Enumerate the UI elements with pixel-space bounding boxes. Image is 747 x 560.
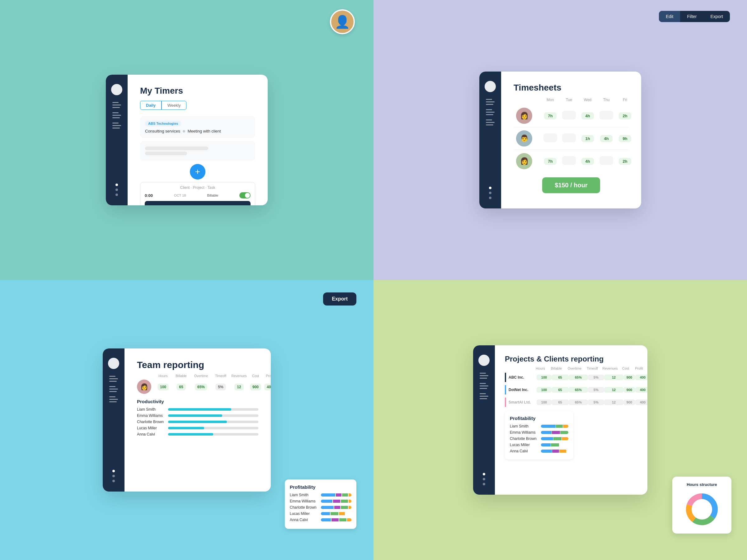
pb-green-1 [342, 494, 348, 497]
toolbar-export[interactable]: Export [704, 11, 730, 22]
th-hours: Hours [154, 374, 172, 378]
hours-structure-title: Hours structure [678, 482, 726, 487]
pc-row-dotnet: DotNet Inc. 100 65 65% 5% 12 900 400 [509, 385, 638, 395]
timer-description: Consulting services Meeting with client [145, 129, 250, 133]
profitability-title: Profitability [290, 484, 352, 490]
skeleton-line-2 [145, 152, 187, 155]
prod-name-5: Anna Calvi [137, 432, 165, 436]
billable-chip: 65 [177, 383, 185, 391]
date-display: OCT 18 [174, 193, 186, 197]
prod-name-3: Charlotte Brown [137, 420, 165, 424]
pcpb-2-blue [541, 431, 551, 434]
ts-cell-2-fri: 9h [616, 135, 634, 142]
th-billable: Billable [172, 374, 190, 378]
sidebar-dot-q3-2 [112, 475, 115, 477]
add-timer-button[interactable]: + [190, 164, 205, 180]
quadrant-projects-clients: Projects & Clients reporting Hours Billa… [374, 280, 747, 560]
sidebar-dot-q2-3 [489, 196, 491, 199]
pc-profit-row-4: Lucas Miller [510, 443, 568, 447]
profit-row-2: Emma Williams [290, 499, 352, 503]
pc-th-revenues: Revenues [600, 367, 620, 370]
sidebar-dot-1 [115, 184, 118, 186]
team-metric-revenues: 12 [230, 384, 248, 390]
sidebar-dot-q2-2 [489, 192, 491, 194]
toolbar-edit[interactable]: Edit [659, 11, 680, 22]
pc-section-abc: ABC Inc. 100 65 65% 5% 12 900 400 [505, 373, 638, 382]
pc-th-overtime: Overtime [565, 367, 584, 370]
pb-green-4 [331, 512, 338, 515]
ts-cell-2-mon [541, 133, 560, 143]
export-button[interactable]: Export [323, 292, 356, 305]
start-tracking-button[interactable]: START TRACKING [145, 201, 251, 205]
sidebar-dots-q2 [489, 187, 491, 199]
pb-orange-3 [349, 506, 352, 509]
profit-name-1: Liam Smith [290, 493, 318, 497]
toolbar-filter[interactable]: Filter [680, 11, 703, 22]
prod-bar-bg-1 [168, 408, 258, 411]
skeleton-line-1 [145, 146, 208, 150]
profitability-card: Profitability Liam Smith Emma Williams C… [285, 479, 356, 529]
team-metric-billable: 65 [172, 384, 190, 390]
pcpb-1-orange [563, 425, 568, 428]
sidebar-q1 [106, 75, 128, 205]
profit-bar-4 [321, 512, 352, 515]
project-badge: ABS Technologies [145, 121, 181, 126]
sidebar-dots [115, 184, 118, 196]
rate-button[interactable]: $150 / hour [542, 177, 600, 193]
sidebar-dot-2 [115, 189, 118, 191]
profit-chip: 400 [264, 383, 271, 391]
quadrant-my-timers: 👤 My Timers Daily Weekly ABS Technologie… [0, 0, 374, 280]
prod-bar-3 [168, 421, 227, 423]
pb-blue-2 [321, 500, 332, 503]
pcpb-3-green [553, 437, 562, 440]
pc-section-smartai: SmartAI Ltd. 100 65 65% 5% 12 900 400 [505, 398, 638, 407]
ts-cell-1-thu [597, 111, 616, 121]
tab-daily[interactable]: Daily [140, 101, 161, 110]
team-main-avatar: 👩 [137, 379, 151, 394]
sidebar-dots-q4 [483, 473, 485, 485]
pc-content: Projects & Clients reporting Hours Billa… [495, 345, 647, 495]
pc-abc-billable: 65 [551, 375, 569, 380]
prod-bar-1 [168, 408, 231, 411]
sidebar-icon-q2-3 [486, 122, 495, 123]
pc-th-timeoff: Timeoff [584, 367, 600, 370]
pc-name-dotnet: DotNet Inc. [509, 388, 537, 392]
entry-selector[interactable]: Client · Project · Task [145, 185, 251, 190]
ts-avatar-3: 👩 [516, 153, 532, 169]
pc-dotnet-revenues: 12 [604, 387, 623, 393]
ts-chip-empty-3-2 [562, 156, 576, 165]
ts-chip-empty-1-2 [562, 111, 576, 119]
timesheets-window: Timesheets Mon Tue Wed Thu Fri 👩 7h [479, 72, 641, 209]
pcpb-4-blue [541, 443, 550, 447]
ts-col-mon: Mon [541, 98, 560, 102]
tab-weekly[interactable]: Weekly [161, 101, 186, 110]
sidebar-dot-q4-3 [483, 483, 485, 485]
team-metric-timeoff: 5% [212, 384, 230, 390]
timeoff-chip: 5% [215, 383, 226, 391]
ts-col-headers: Mon Tue Wed Thu Fri [514, 98, 629, 102]
pc-smartai-cost: 900 [623, 399, 635, 405]
billable-toggle[interactable] [239, 192, 251, 198]
th-avatar [137, 374, 154, 378]
pb-blue-3 [321, 506, 334, 509]
pc-profitability-card: Profitability Liam Smith Emma Williams [505, 411, 573, 459]
ts-cell-3-mon: 7h [541, 158, 560, 165]
pb-green-3 [341, 506, 348, 509]
ts-chip-empty-2-2 [562, 133, 576, 142]
pcpb-2-purple [552, 431, 560, 434]
ts-chip-2-4: 4h [600, 135, 612, 142]
prod-bar-bg-2 [168, 415, 258, 417]
team-metric-cost: 900 [248, 384, 263, 390]
ts-chip-1-1: 7h [544, 112, 556, 119]
sidebar-dot-q3-1 [112, 470, 115, 472]
pb-orange-2 [349, 500, 352, 503]
my-timers-window: My Timers Daily Weekly ABS Technologies … [106, 75, 268, 205]
pc-th-hours: Hours [533, 367, 548, 370]
pc-smartai-billable: 65 [551, 399, 569, 405]
pcpb-4-green [551, 443, 559, 447]
cost-chip: 900 [250, 383, 261, 391]
sidebar-dot-q2-1 [489, 187, 491, 189]
entry-row: 0:00 OCT 18 Billable [145, 192, 251, 198]
ts-col-thu: Thu [597, 98, 616, 102]
profit-bar-2 [321, 500, 352, 503]
